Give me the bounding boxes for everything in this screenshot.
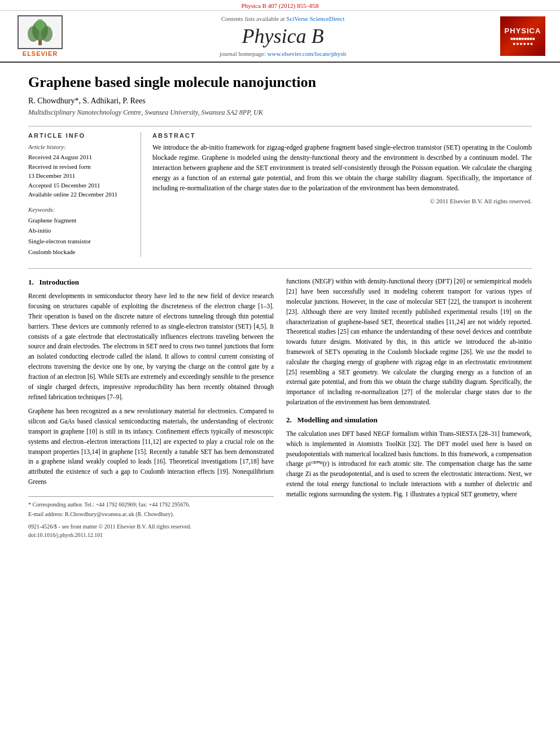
article-title: Graphene based single molecule nanojunct… [28,74,532,91]
available: Available online 22 December 2011 [28,190,133,199]
top-bar: Physica B 407 (2012) 855–858 [0,0,560,11]
elsevier-logo: ELSEVIER [18,15,63,57]
doi-line: doi:10.1016/j.physb.2011.12.101 [28,531,274,540]
abstract-col: ABSTRACT We introduce the ab-initio fram… [152,132,532,257]
badge-title: PHYSICA [505,27,541,35]
elsevier-text: ELSEVIER [23,50,58,57]
received2: Received in revised form [28,162,133,172]
contents-text: Contents lists available at [221,15,286,22]
keyword-4: Coulomb blockade [28,247,133,257]
section2-title: 2. Modelling and simulation [286,414,532,426]
history-label: Article history: [28,143,133,150]
section2-num: 2. [286,416,292,424]
copyright-line: © 2011 Elsevier B.V. All rights reserved… [152,198,532,204]
physica-badge: PHYSICA ■■■■■■■■■ ■ ■ ■ ■ ■ ■ [500,16,545,56]
article-info-abstract: ARTICLE INFO Article history: Received 2… [28,126,532,257]
article-affiliation: Multidisciplinary Nanotechnology Centre,… [28,108,532,117]
email-line: E-mail address: R.Chowdhury@swansea.ac.u… [28,510,274,519]
article-info-col: ARTICLE INFO Article history: Received 2… [28,132,141,257]
sciverse-link[interactable]: SciVerse ScienceDirect [286,15,344,22]
footnote-text: * Corresponding author. Tel.: +44 1792 6… [28,500,274,509]
footer-copyright: 0921-4526/$ - see front matter © 2011 El… [28,522,274,540]
section1-p2: Graphene has been recognized as a new re… [28,407,274,487]
svg-rect-3 [38,40,42,45]
journal-homepage: journal homepage: www.elsevier.com/locat… [220,50,347,57]
section1-p1: Recent developments in semiconductor the… [28,291,274,402]
journal-badge-area: PHYSICA ■■■■■■■■■ ■ ■ ■ ■ ■ ■ [495,15,551,57]
article-authors: R. Chowdhury*, S. Adhikari, P. Rees [28,97,532,106]
keyword-2: Ab-initio [28,225,133,236]
section1-num: 1. [28,278,34,286]
body-content: 1. Introduction Recent developments in s… [28,268,532,540]
journal-header: ELSEVIER Contents lists available at Sci… [0,11,560,63]
journal-header-center: Contents lists available at SciVerse Sci… [77,15,489,57]
svg-point-4 [36,19,45,30]
homepage-text: journal homepage: [220,50,268,57]
keywords-label: Keywords: [28,206,133,213]
received2-date: 13 December 2011 [28,171,133,181]
authors-text: R. Chowdhury*, S. Adhikari, P. Rees [28,97,146,105]
accepted: Accepted 15 December 2011 [28,181,133,190]
received1: Received 24 August 2011 [28,152,133,162]
right-p1: functions (NEGF) within with density-fun… [286,277,532,408]
section1-title-text: Introduction [40,278,80,286]
journal-title: Physica B [242,24,324,48]
badge-subtitle: ■■■■■■■■■ [510,36,535,41]
section1-title: 1. Introduction [28,277,274,288]
elsevier-logo-area: ELSEVIER [9,15,71,57]
section2-title-text: Modelling and simulation [298,416,378,424]
body-right-col: functions (NEGF) within with density-fun… [286,277,532,540]
footer-area: * Corresponding author. Tel.: +44 1792 6… [28,496,274,519]
keywords-list: Graphene fragment Ab-initio Single-elect… [28,215,133,257]
keyword-1: Graphene fragment [28,215,133,226]
elsevier-tree-icon [23,18,57,46]
homepage-link[interactable]: www.elsevier.com/locate/physb [268,50,347,57]
badge-lines: ■ ■ ■ ■ ■ ■ [513,42,532,46]
article-info-heading: ARTICLE INFO [28,132,133,139]
main-content: Graphene based single molecule nanojunct… [0,63,560,551]
section2-p1: The calculation uses DFT based NEGF form… [286,429,532,500]
abstract-heading: ABSTRACT [152,132,532,139]
body-left-col: 1. Introduction Recent developments in s… [28,277,274,540]
issn-line: 0921-4526/$ - see front matter © 2011 El… [28,522,274,531]
journal-citation: Physica B 407 (2012) 855–858 [242,2,319,9]
abstract-text: We introduce the ab-initio framework for… [152,142,532,193]
elsevier-tree-logo [18,15,63,49]
sciverse-line: Contents lists available at SciVerse Sci… [221,15,344,22]
keyword-3: Single-electron transistor [28,236,133,247]
